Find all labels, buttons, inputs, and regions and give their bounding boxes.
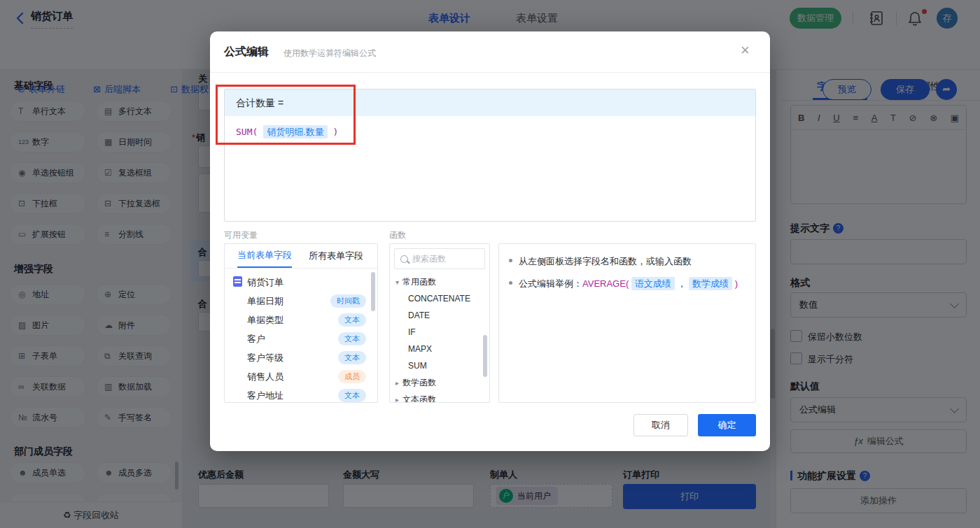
- bullet-icon: [509, 259, 512, 262]
- function-item[interactable]: MAPX: [390, 341, 489, 357]
- variables-tabs: 当前表单字段 所有表单字段: [225, 244, 377, 269]
- modal-title: 公式编辑: [224, 45, 269, 59]
- function-group-math[interactable]: ▸数学函数: [390, 374, 489, 391]
- function-item[interactable]: IF: [390, 324, 489, 341]
- function-item[interactable]: CONCATENATE: [390, 290, 489, 307]
- modal-subtitle: 使用数学运算符编辑公式: [284, 48, 376, 59]
- type-badge: 文本: [338, 332, 366, 345]
- tree-field-row[interactable]: 单据类型文本: [225, 311, 377, 329]
- tree-root-form[interactable]: 销货订单: [225, 273, 377, 292]
- search-icon: [400, 255, 408, 263]
- tip-line-2: 公式编辑举例：AVERAGE( 语文成绩 ， 数学成绩 ): [509, 278, 755, 290]
- variables-panel: 当前表单字段 所有表单字段 销货订单 单据日期时间戳 单据类型文本 客户文本 客…: [224, 243, 378, 403]
- caret-down-icon: ▾: [396, 278, 399, 286]
- form-doc-icon: [233, 276, 242, 287]
- tree-field-row[interactable]: 客户文本: [225, 329, 377, 348]
- tree-field-row[interactable]: 客户等级文本: [225, 348, 377, 367]
- variables-label: 可用变量: [224, 229, 258, 241]
- search-placeholder: 搜索函数: [412, 253, 446, 265]
- app: 销货订单 表单设计 表单设置 数据管理 存 ⊘表单外链 ⊠后端脚本 ⊡数据权 预…: [0, 0, 980, 528]
- functions-scrollbar[interactable]: [483, 335, 487, 377]
- variables-scrollbar[interactable]: [371, 272, 375, 311]
- function-item[interactable]: DATE: [390, 307, 489, 324]
- tips-panel: 从左侧面板选择字段名和函数，或输入函数 公式编辑举例：AVERAGE( 语文成绩…: [498, 243, 756, 403]
- tree-field-row[interactable]: 销售人员成员: [225, 367, 377, 386]
- cancel-button[interactable]: 取消: [634, 414, 688, 436]
- caret-right-icon: ▸: [396, 396, 399, 403]
- confirm-button[interactable]: 确定: [698, 414, 756, 436]
- bullet-icon: [509, 281, 512, 285]
- type-badge: 文本: [338, 389, 366, 402]
- functions-label: 函数: [389, 229, 406, 241]
- annotation-rectangle: [216, 85, 356, 145]
- tree-field-row[interactable]: 客户地址文本: [225, 386, 377, 403]
- tree-field-row[interactable]: 单据日期时间戳: [225, 292, 377, 311]
- type-badge: 时间戳: [330, 294, 366, 308]
- close-icon[interactable]: ×: [741, 43, 750, 58]
- function-search-input[interactable]: 搜索函数: [394, 248, 485, 269]
- example-function: AVERAGE(: [582, 278, 629, 289]
- example-token: 数学成绩: [689, 277, 732, 290]
- tab-all-form-fields[interactable]: 所有表单字段: [309, 250, 363, 262]
- tab-current-form-fields[interactable]: 当前表单字段: [237, 244, 292, 268]
- functions-panel: 搜索函数 ▾常用函数 CONCATENATE DATE IF MAPX SUM …: [389, 243, 490, 403]
- divider: [210, 72, 770, 73]
- function-item[interactable]: SUM: [390, 357, 489, 374]
- example-token: 语文成绩: [631, 277, 675, 290]
- type-badge: 成员: [338, 370, 366, 383]
- caret-right-icon: ▸: [396, 379, 399, 387]
- function-group-text[interactable]: ▸文本函数: [390, 391, 489, 403]
- type-badge: 文本: [338, 351, 366, 364]
- function-group-common[interactable]: ▾常用函数: [390, 273, 489, 290]
- formula-editor-modal: 公式编辑 使用数学运算符编辑公式 × 合计数量 = SUM( 销货明细.数量 )…: [210, 31, 770, 451]
- type-badge: 文本: [338, 313, 366, 327]
- tip-line-1: 从左侧面板选择字段名和函数，或输入函数: [509, 255, 755, 268]
